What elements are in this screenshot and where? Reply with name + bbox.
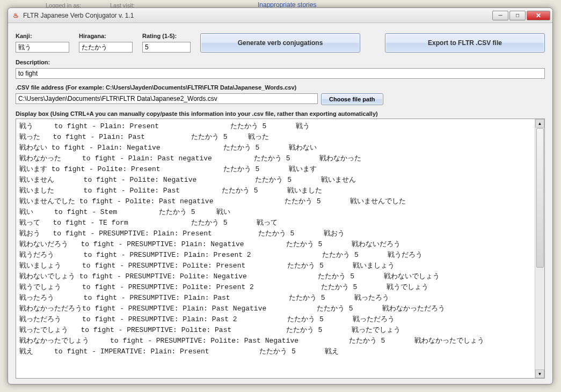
maximize-button[interactable]: □ [509, 11, 526, 20]
kanji-label: Kanji: [16, 33, 69, 39]
rating-label: Rating (1-5): [142, 33, 191, 39]
choose-file-button[interactable]: Choose file path [321, 93, 383, 105]
generate-button[interactable]: Generate verb conjugations [200, 33, 360, 53]
export-button[interactable]: Export to FLTR .CSV file [385, 33, 545, 53]
app-window: ♨ FLTR Japanese Verb Conjugator v. 1.1 ─… [8, 8, 553, 384]
scroll-down-button[interactable]: ▼ [535, 369, 544, 378]
vertical-scrollbar[interactable]: ▲ ▼ [535, 119, 544, 378]
maximize-icon: □ [516, 12, 519, 18]
hiragana-input[interactable] [79, 42, 133, 53]
description-input[interactable] [16, 68, 545, 79]
hiragana-label: Hiragana: [79, 33, 133, 39]
csv-label: .CSV file address (For example: C:\Users… [16, 84, 545, 91]
display-box[interactable]: 戦う to fight - Plain: Present たたかう 5 戦う 戦… [16, 119, 535, 378]
csv-path-input[interactable] [16, 93, 318, 104]
kanji-input[interactable] [16, 42, 69, 53]
display-label: Display box (Using CTRL+A you can manual… [16, 110, 545, 117]
titlebar[interactable]: ♨ FLTR Japanese Verb Conjugator v. 1.1 ─… [8, 8, 552, 23]
scroll-up-button[interactable]: ▲ [535, 119, 544, 128]
window-title: FLTR Japanese Verb Conjugator v. 1.1 [23, 12, 492, 19]
minimize-icon: ─ [498, 12, 502, 18]
minimize-button[interactable]: ─ [492, 11, 508, 20]
description-label: Description: [16, 59, 545, 65]
content-area: Kanji: Hiragana: Rating (1-5): Generate … [8, 23, 552, 384]
close-button[interactable]: ✕ [527, 11, 550, 20]
scroll-thumb[interactable] [536, 128, 544, 268]
java-icon: ♨ [11, 11, 20, 20]
close-icon: ✕ [536, 12, 541, 19]
rating-input[interactable] [142, 42, 191, 53]
display-box-container: 戦う to fight - Plain: Present たたかう 5 戦う 戦… [16, 119, 545, 379]
